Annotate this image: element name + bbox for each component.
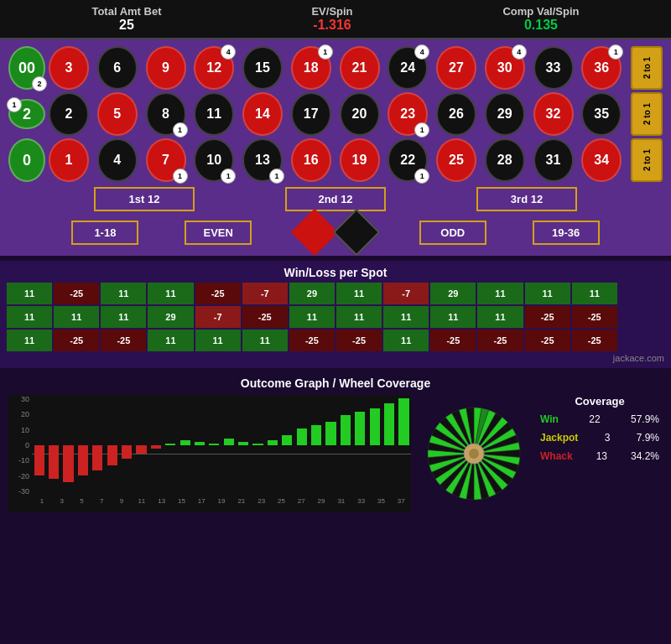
num-3[interactable]: 3 [49,46,89,90]
num-19[interactable]: 19 [340,138,380,182]
num-29[interactable]: 29 [485,92,525,136]
win-label: Win [540,413,559,425]
red-diamond[interactable] [291,209,339,257]
ev-spin-value: -1.316 [311,18,352,33]
num-17[interactable]: 17 [291,92,331,136]
num-27[interactable]: 27 [436,46,476,90]
total-amt-bet: Total Amt Bet 25 [91,5,161,33]
wl-cell: -25 [572,306,617,328]
num-7[interactable]: 71 [146,138,186,182]
wl-cell: 11 [383,306,429,328]
bar-10 [178,395,192,496]
comp-val-spin: Comp Val/Spin 0.135 [502,5,579,33]
coverage-title: Coverage [537,395,663,408]
outcome-title: Outcome Graph / Wheel Coverage [8,377,663,390]
wl-cell: 11 [54,306,99,328]
num-28[interactable]: 28 [485,138,525,182]
2nd-12[interactable]: 2nd 12 [285,187,386,211]
wl-cell: -25 [572,330,617,351]
chip-22: 1 [414,169,429,184]
1st-12[interactable]: 1st 12 [94,187,195,211]
wl-cell: -25 [195,283,241,304]
header: Total Amt Bet 25 EV/Spin -1.316 Comp Val… [0,0,671,39]
wl-cell [619,283,664,304]
chip-7: 1 [173,169,188,184]
comp-val-value: 0.135 [502,18,579,33]
number-grid: 3 6 9 124 15 181 21 244 27 304 33 361 2 … [49,46,627,182]
bar-4 [91,395,105,496]
bar-22 [353,395,367,496]
num-36[interactable]: 361 [581,46,622,90]
two-to-one-bot[interactable]: 2 to 1 [631,138,663,182]
bar-11 [192,395,206,496]
odd-bet[interactable]: ODD [419,221,486,245]
19-36-bet[interactable]: 19-36 [533,221,600,245]
num-35[interactable]: 35 [581,92,622,136]
total-amt-bet-value: 25 [91,18,161,33]
chip-10: 1 [221,169,236,184]
chip-8: 1 [173,122,188,138]
bar-14 [236,395,250,496]
num-6[interactable]: 6 [97,46,138,90]
num-12[interactable]: 124 [194,46,234,90]
3rd-12[interactable]: 3rd 12 [476,187,577,211]
num-11[interactable]: 11 [194,92,234,136]
bar-12 [207,395,221,496]
bar-8 [148,395,163,496]
num-14[interactable]: 14 [242,92,283,136]
wl-cell: 11 [7,306,52,328]
num-33[interactable]: 33 [533,46,574,90]
num-21[interactable]: 21 [340,46,380,90]
num-31[interactable]: 31 [533,138,574,182]
num-13[interactable]: 131 [242,138,283,182]
num-4[interactable]: 4 [97,138,138,182]
wl-cell: -25 [430,330,476,351]
num-23[interactable]: 231 [388,92,428,136]
num-22[interactable]: 221 [388,138,428,182]
outcome-graph: 30 20 10 0 -10 -20 -30 13579111315171921… [8,395,411,512]
num-15[interactable]: 15 [242,46,283,90]
even-bet[interactable]: EVEN [185,221,252,245]
wl-cell: -25 [289,330,335,351]
num-20[interactable]: 20 [340,92,380,136]
1-18-bet[interactable]: 1-18 [71,221,138,245]
num-5[interactable]: 5 [97,92,138,136]
wl-cell: 29 [148,306,193,328]
num-2[interactable]: 2 [49,92,89,136]
bar-16 [265,395,279,496]
black-diamond[interactable] [333,209,381,257]
win-value: 22 [589,413,600,425]
bar-23 [367,395,382,496]
num-34[interactable]: 34 [581,138,622,182]
ev-spin-label: EV/Spin [311,5,352,18]
wl-cell: -25 [525,306,570,328]
wl-cell: -25 [477,330,523,351]
double-zero[interactable]: 00 2 [8,46,45,90]
num-24[interactable]: 244 [388,46,428,90]
num-9[interactable]: 9 [146,46,186,90]
num-25[interactable]: 25 [436,138,476,182]
wl-cell: 11 [101,306,146,328]
num-16[interactable]: 16 [291,138,331,182]
wl-cell: 11 [477,306,523,328]
num-10[interactable]: 101 [194,138,234,182]
coverage-win-row: Win 22 57.9% [537,411,663,428]
two-bet[interactable]: 2 1 [8,99,45,129]
whack-pct: 34.2% [631,450,659,462]
wl-cell: 11 [7,283,52,304]
wl-cell: 11 [336,283,382,304]
wl-cell: 11 [242,330,288,351]
two-to-one-top[interactable]: 2 to 1 [631,46,663,90]
bar-3 [75,395,90,496]
wl-cell: -25 [242,306,288,328]
num-1[interactable]: 1 [49,138,89,182]
two-to-one-mid[interactable]: 2 to 1 [631,92,663,136]
num-26[interactable]: 26 [436,92,476,136]
num-32[interactable]: 32 [533,92,574,136]
num-30[interactable]: 304 [485,46,525,90]
zero[interactable]: 0 [8,138,45,182]
num-18[interactable]: 181 [291,46,331,90]
wl-cell: -25 [54,330,99,351]
winloss-title: Win/Loss per Spot [7,266,664,279]
num-8[interactable]: 81 [146,92,186,136]
